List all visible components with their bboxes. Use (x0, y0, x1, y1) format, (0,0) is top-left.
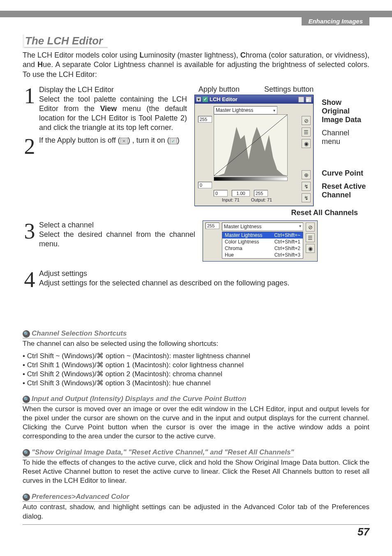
dropdown-item-label: Chroma (225, 246, 242, 251)
note-body: The channel can also be selected using t… (23, 339, 369, 348)
color-channel-button[interactable]: ◉ (302, 139, 311, 148)
palette-menu-icon[interactable]: ▾ (306, 97, 311, 102)
dropdown-item-shortcut: Ctrl+Shift+1 (274, 239, 300, 245)
reset-icon: ↯ (304, 183, 309, 190)
page-number: 57 (23, 524, 369, 538)
intro-text: uminosity (master lightness), (144, 51, 240, 59)
step-1: 1 Display the LCH Editor Select the tool… (23, 85, 187, 132)
note-title: 🔍Channel Selection Shortcuts (23, 329, 127, 338)
no-symbol-icon: ⊘ (308, 224, 313, 230)
intro-bold-h: H (37, 60, 43, 69)
histogram-panel[interactable] (214, 114, 288, 176)
collapse-triangle-icon[interactable]: ▾ (196, 97, 201, 102)
palette-titlebar[interactable]: ▾ ✓ LCH Editor ▾ (195, 95, 313, 104)
step-body-text: Adjust settings for the selected channel… (39, 279, 289, 287)
note-body: Auto contrast, shadow, and highlight set… (23, 503, 369, 521)
channel-menu-button[interactable]: ☰ (306, 233, 315, 242)
apply-button-label: Apply button (198, 85, 240, 94)
step-number: 3 (23, 220, 37, 240)
step-number: 1 (23, 85, 37, 104)
shortcut-list: Ctrl Shift ~ (Windows)/⌘ option ~ (Macin… (23, 352, 369, 387)
dropdown-item[interactable]: Hue Ctrl+Shift+3 (222, 252, 303, 258)
step-heading: ) , turn it on ( (128, 136, 170, 144)
apply-off-icon: ✕ (120, 138, 128, 144)
reset-all-icon: ↯ (304, 195, 309, 201)
magnifier-icon: 🔍 (23, 330, 30, 338)
channel-dropdown-list[interactable]: Master Lightness Ctrl+Shift+~ Color Ligh… (222, 232, 303, 259)
callout-reset-active: Reset Active Channel (322, 182, 366, 199)
step-body-text: Select the desired channel from the chan… (39, 230, 195, 248)
show-original-button[interactable]: ⊘ (306, 222, 315, 232)
note-title-text: "Show Original Image Data," "Reset Activ… (32, 448, 294, 456)
apply-toggle-icon[interactable]: ✓ (203, 97, 208, 102)
gradient-bar (214, 177, 288, 181)
channel-select[interactable]: Master Lightness ▾ (214, 106, 277, 114)
channel-dropdown-panel: 255 Master Lightness ▾ Master Lightness … (203, 220, 318, 262)
list-item: Ctrl Shift ~ (Windows)/⌘ option ~ (Macin… (23, 352, 369, 360)
step-2: 2 If the Apply button is off (✕) , turn … (23, 136, 187, 155)
left-value: 255 (205, 222, 219, 229)
note-body: To hide the effects of changes to the ac… (23, 458, 369, 485)
intro-bold-c: C (240, 51, 246, 59)
dropdown-item-shortcut: Ctrl+Shift+2 (274, 246, 300, 251)
dropdown-item[interactable]: Chroma Ctrl+Shift+2 (222, 245, 303, 252)
note-title: 🔍Input and Output (Intensity) Displays a… (23, 395, 246, 404)
list-item: Ctrl Shift 2 (Windows)/⌘ option 2 (Macin… (23, 370, 369, 378)
dropdown-item-shortcut: Ctrl+Shift+~ (274, 232, 300, 238)
callout-channel-menu: Channel menu (322, 129, 369, 146)
note-title: 🔍Preferences>Advanced Color (23, 493, 129, 502)
step-4: 4 Adjust settings Adjust settings for th… (23, 269, 369, 288)
top-bar (0, 11, 392, 17)
magnifier-icon: 🔍 (23, 449, 30, 456)
callout-show-original: Show Original Image Data (322, 98, 361, 123)
step-number: 4 (23, 269, 37, 288)
bars-icon: ☰ (308, 235, 313, 241)
intro-text: ue. A separate Color Lightness channel i… (23, 60, 369, 78)
input-readout: Input: 71 (222, 197, 240, 202)
color-channel-button[interactable]: ◉ (306, 244, 315, 253)
step-number: 2 (23, 136, 37, 155)
range-min[interactable]: 0 (214, 190, 228, 197)
figure-callouts: Show Original Image Data Channel menu Cu… (322, 98, 369, 204)
chevron-down-icon: ▾ (273, 108, 275, 113)
dropdown-selected-value: Master Lightness (224, 224, 261, 229)
dropdown-item[interactable]: Master Lightness Ctrl+Shift+~ (222, 232, 303, 239)
apply-on-icon: ✓ (170, 138, 177, 144)
step-heading: If the Apply button is off ( (39, 136, 120, 144)
channel-menu-button[interactable]: ☰ (302, 127, 311, 137)
reset-all-channels-label: Reset All Channels (194, 208, 369, 217)
range-gamma[interactable]: 1.00 (232, 190, 250, 197)
section-eyebrow: Enhancing Images (302, 17, 369, 25)
circle-icon: ◉ (308, 246, 313, 252)
range-max[interactable]: 255 (254, 190, 268, 197)
intro-text: The LCH Editor models color using (23, 51, 139, 59)
circle-icon: ◉ (304, 141, 309, 147)
settings-menu-icon[interactable] (298, 97, 304, 102)
callout-curve-point: Curve Point (322, 169, 363, 177)
settings-button-label: Settings button (264, 85, 314, 94)
magnifier-icon: 🔍 (23, 493, 30, 501)
reset-all-button[interactable]: ↯ (302, 193, 311, 202)
output-readout: Output: 71 (251, 197, 272, 202)
dropdown-item[interactable]: Color Lightness Ctrl+Shift+1 (222, 239, 303, 245)
reset-active-button[interactable]: ↯ (302, 182, 311, 191)
svg-marker-0 (214, 127, 287, 176)
step-heading: ) (177, 136, 180, 144)
list-item: Ctrl Shift 3 (Windows)/⌘ option 3 (Macin… (23, 379, 369, 387)
show-original-button[interactable]: ⊘ (302, 116, 311, 125)
curve-point-button[interactable]: ⊕ (302, 170, 311, 179)
notes-section: 🔍Channel Selection Shortcuts The channel… (23, 325, 369, 521)
note-title-text: Preferences>Advanced Color (32, 493, 129, 500)
palette-title: LCH Editor (210, 96, 238, 102)
step-heading: Select a channel (39, 220, 195, 230)
intro-paragraph: The LCH Editor models color using Lumino… (23, 51, 369, 79)
crosshair-icon: ⊕ (304, 172, 309, 178)
channel-select-value: Master Lightness (216, 107, 253, 113)
note-title: 🔍"Show Original Image Data," "Reset Acti… (23, 448, 294, 457)
note-body: When the cursor is moved over an image o… (23, 405, 369, 441)
magnifier-icon: 🔍 (23, 396, 30, 403)
channel-dropdown-closed[interactable]: Master Lightness ▾ (222, 222, 303, 231)
top-value-readout: 255 (198, 116, 212, 123)
step-heading: Display the LCH Editor (39, 85, 187, 95)
bottom-value-readout: 0 (198, 182, 212, 188)
